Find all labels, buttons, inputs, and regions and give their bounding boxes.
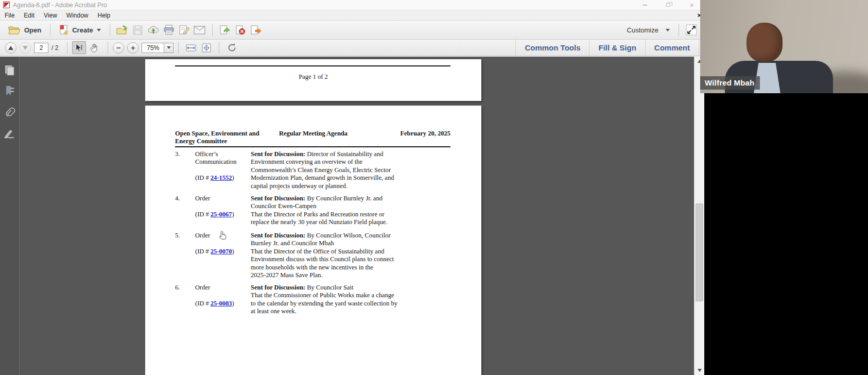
separator (178, 42, 179, 54)
page-thumbnails-icon[interactable] (4, 64, 16, 76)
item-number: 5. (175, 232, 180, 240)
acrobat-window: Agenda-6.pdf - Adobe Acrobat Pro × File … (0, 0, 704, 375)
item-description: Sent for Discussion: By Councilor Sait T… (251, 284, 411, 316)
customize-button[interactable]: Customize (623, 24, 674, 36)
open-button[interactable]: Open (4, 24, 45, 37)
next-page-button (20, 42, 31, 54)
sign-document-icon[interactable] (177, 23, 192, 37)
menu-help[interactable]: Help (93, 10, 115, 20)
fullscreen-expand-icon[interactable] (684, 23, 699, 37)
tab-common-tools[interactable]: Common Tools (515, 40, 589, 56)
item-type: Officer’s Communication (ID # 24-1552) (195, 150, 249, 182)
item-type: Order (ID # 25-0083) (195, 284, 249, 308)
fit-page-icon[interactable] (199, 41, 214, 55)
signatures-icon[interactable] (4, 127, 16, 139)
item-id: (ID # 24-1552) (195, 174, 234, 181)
restore-button[interactable] (663, 2, 673, 9)
create-button-label: Create (72, 26, 93, 34)
delete-page-icon[interactable] (233, 23, 248, 37)
scrollbar-thumb[interactable] (696, 203, 703, 301)
page1-footer-text: Page 1 of 2 (145, 73, 481, 81)
pdf-canvas[interactable]: Page 1 of 2 Open Space, Environment and … (20, 57, 694, 375)
acrobat-app-icon (3, 2, 10, 8)
cloud-upload-icon[interactable] (146, 23, 161, 37)
item-number: 3. (175, 150, 180, 158)
item-number: 6. (175, 284, 180, 292)
save-icon[interactable] (130, 23, 146, 37)
menu-edit[interactable]: Edit (19, 10, 39, 20)
open-folder-icon (8, 26, 21, 35)
item-type: Order (ID # 25-0067) (195, 195, 249, 218)
separator (108, 42, 108, 54)
chevron-down-icon (97, 29, 101, 31)
zoom-dropdown-button[interactable] (164, 43, 173, 53)
menu-bar: File Edit View Window Help × (0, 10, 704, 21)
quick-tools-toolbar: Open Create (0, 21, 704, 40)
open-file-icon[interactable] (115, 23, 130, 37)
pdf-page-2: Open Space, Environment and Energy Commi… (145, 106, 481, 375)
item-id: (ID # 25-0067) (195, 211, 234, 218)
title-bar: Agenda-6.pdf - Adobe Acrobat Pro × (0, 0, 704, 10)
chevron-down-icon (666, 29, 670, 31)
scroll-down-icon[interactable] (695, 366, 705, 375)
agenda-id-link[interactable]: 25-0083 (211, 300, 232, 307)
navigation-pane (0, 57, 20, 375)
item-description: Sent for Discussion: By Councilor Wilson… (251, 232, 411, 279)
bookmarks-icon[interactable] (4, 84, 16, 97)
navigation-toolbar: / 2 − + Common Tools Fill & Sign Comment (0, 40, 704, 56)
select-tool-button[interactable] (72, 41, 86, 54)
extract-page-icon[interactable] (248, 23, 264, 37)
vertical-scrollbar[interactable] (694, 57, 704, 375)
separator (67, 42, 67, 54)
hand-cursor-icon (219, 231, 227, 240)
pdf-page-1: Page 1 of 2 (145, 59, 481, 101)
item-number: 4. (175, 195, 180, 202)
open-button-label: Open (24, 26, 41, 34)
previous-page-button[interactable] (5, 42, 16, 54)
page-total-label: / 2 (51, 44, 58, 52)
customize-label: Customize (627, 26, 658, 34)
agenda-id-link[interactable]: 24-1552 (211, 174, 232, 181)
menu-window[interactable]: Window (62, 10, 93, 20)
agenda-date: February 20, 2025 (400, 130, 450, 138)
separator (679, 24, 679, 36)
separator (50, 24, 50, 36)
email-icon[interactable] (192, 23, 207, 37)
participant-name-tag: Wilfred Mbah (700, 76, 760, 90)
window-title: Agenda-6.pdf - Adobe Acrobat Pro (13, 2, 107, 9)
document-area: Page 1 of 2 Open Space, Environment and … (0, 57, 704, 375)
close-button[interactable]: × (687, 2, 697, 9)
page-number-input[interactable] (34, 43, 48, 53)
minimize-button[interactable] (639, 2, 650, 9)
participant-figure (747, 23, 783, 62)
attachments-icon[interactable] (4, 106, 16, 118)
menu-file[interactable]: File (0, 10, 19, 20)
separator (212, 24, 213, 36)
agenda-id-link[interactable]: 25-0067 (211, 211, 232, 218)
menu-view[interactable]: View (39, 10, 62, 20)
page1-footer-rule (175, 65, 450, 66)
create-pdf-icon (59, 25, 68, 35)
zoom-out-button[interactable]: − (113, 42, 124, 54)
zoom-level-input[interactable] (142, 43, 164, 53)
fit-width-icon[interactable] (183, 41, 199, 55)
separator (219, 42, 219, 54)
tab-comment[interactable]: Comment (645, 40, 699, 56)
print-icon[interactable] (161, 23, 177, 37)
item-id: (ID # 25-0083) (195, 300, 234, 307)
rotate-view-icon[interactable] (224, 41, 239, 55)
item-id: (ID # 25-0070) (195, 248, 234, 255)
agenda-id-link[interactable]: 25-0070 (211, 248, 232, 255)
create-button[interactable]: Create (55, 23, 105, 37)
item-description: Sent for Discussion: Director of Sustain… (251, 150, 411, 190)
tab-fill-and-sign[interactable]: Fill & Sign (589, 40, 645, 56)
item-description: Sent for Discussion: By Councilor Burnle… (251, 195, 411, 227)
export-page-icon[interactable] (217, 23, 233, 37)
window-controls: × (639, 2, 704, 9)
header-rule (175, 146, 450, 147)
zoom-in-button[interactable]: + (127, 42, 138, 54)
separator (110, 24, 110, 36)
participant-video[interactable]: Wilfred Mbah (700, 0, 868, 93)
hand-tool-button[interactable] (88, 41, 101, 54)
